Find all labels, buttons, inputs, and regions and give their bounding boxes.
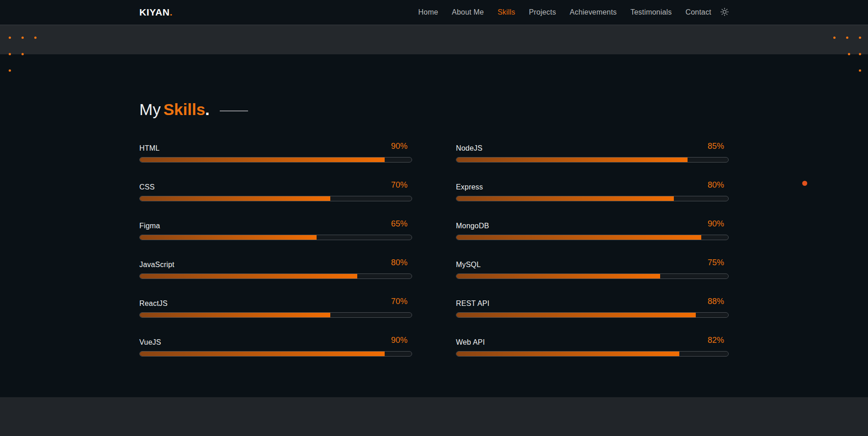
particle-dot-large xyxy=(802,181,807,186)
skill-name: REST API xyxy=(456,299,489,309)
skill-progress-fill xyxy=(456,352,679,356)
skill-percent: 82% xyxy=(708,335,729,345)
skill-name: HTML xyxy=(139,143,159,153)
skill-name: ReactJS xyxy=(139,299,168,309)
skill-progress-track xyxy=(139,196,412,201)
skill-head: Express80% xyxy=(456,182,729,192)
skill-percent: 90% xyxy=(391,141,412,151)
skill-item: Web API82% xyxy=(456,337,729,357)
title-dot: . xyxy=(205,100,210,118)
skill-progress-track xyxy=(139,312,412,318)
nav-link-skills[interactable]: Skills xyxy=(498,8,515,16)
nav-link-projects[interactable]: Projects xyxy=(529,8,556,16)
nav-item: Skills xyxy=(498,8,515,16)
particle-dot xyxy=(859,53,861,55)
skill-progress-track xyxy=(139,235,412,240)
nav-link-about-me[interactable]: About Me xyxy=(452,8,484,16)
skill-percent: 75% xyxy=(708,257,729,268)
skill-progress-fill xyxy=(456,235,701,240)
nav-list: HomeAbout MeSkillsProjectsAchievementsTe… xyxy=(418,8,711,16)
skill-percent: 65% xyxy=(391,219,412,229)
logo[interactable]: KIYAN. xyxy=(139,7,173,18)
skill-item: MongoDB90% xyxy=(456,221,729,240)
logo-text: KIYAN xyxy=(139,7,169,17)
nav-link-contact[interactable]: Contact xyxy=(685,8,711,16)
skill-progress-track xyxy=(456,235,729,240)
skill-progress-fill xyxy=(456,313,696,317)
nav-item: Home xyxy=(418,8,438,16)
particles-strip xyxy=(0,25,868,54)
nav-item: Contact xyxy=(685,8,711,16)
skill-progress-track xyxy=(139,273,412,279)
skill-item: HTML90% xyxy=(139,143,412,163)
nav-link-achievements[interactable]: Achievements xyxy=(570,8,617,16)
skill-name: VueJS xyxy=(139,337,161,347)
skill-progress-track xyxy=(139,351,412,357)
skill-item: Express80% xyxy=(456,182,729,201)
skill-head: ReactJS70% xyxy=(139,298,412,309)
particle-dot xyxy=(21,53,24,55)
nav-link-home[interactable]: Home xyxy=(418,8,438,16)
particle-dot xyxy=(34,37,37,39)
skill-progress-track xyxy=(456,273,729,279)
skill-name: Express xyxy=(456,182,483,192)
skill-percent: 85% xyxy=(708,141,729,151)
skill-head: CSS70% xyxy=(139,182,412,192)
particle-dot xyxy=(9,53,11,55)
skill-head: Web API82% xyxy=(456,337,729,347)
nav-item: Testimonials xyxy=(630,8,672,16)
title-highlight: Skills xyxy=(164,100,205,118)
nav-item: Projects xyxy=(529,8,556,16)
skill-head: VueJS90% xyxy=(139,337,412,347)
skill-percent: 70% xyxy=(391,180,412,190)
skill-percent: 90% xyxy=(708,219,729,229)
particle-dot xyxy=(833,37,836,39)
skill-progress-fill xyxy=(456,274,660,278)
section-title: MySkills. xyxy=(139,100,729,119)
skill-item: Figma65% xyxy=(139,221,412,240)
skill-progress-fill xyxy=(140,313,330,317)
particle-dot xyxy=(848,53,850,55)
skill-head: Figma65% xyxy=(139,221,412,231)
skill-head: NodeJS85% xyxy=(456,143,729,153)
skill-name: Figma xyxy=(139,221,160,231)
navbar: KIYAN. HomeAbout MeSkillsProjectsAchieve… xyxy=(0,0,868,25)
skill-name: NodeJS xyxy=(456,143,482,153)
skill-progress-fill xyxy=(456,196,674,201)
skill-progress-track xyxy=(139,157,412,163)
skill-progress-track xyxy=(456,312,729,318)
theme-toggle-button[interactable] xyxy=(720,8,729,17)
skill-progress-fill xyxy=(456,158,688,162)
skill-head: MySQL75% xyxy=(456,259,729,270)
particle-dot xyxy=(9,37,11,39)
skill-progress-track xyxy=(456,157,729,163)
skill-item: MySQL75% xyxy=(456,259,729,279)
skill-name: MongoDB xyxy=(456,221,489,231)
nav-link-testimonials[interactable]: Testimonials xyxy=(630,8,672,16)
skill-head: HTML90% xyxy=(139,143,412,153)
skill-item: JavaScript80% xyxy=(139,259,412,279)
skill-item: CSS70% xyxy=(139,182,412,201)
skill-name: Web API xyxy=(456,337,485,347)
skill-item: REST API88% xyxy=(456,298,729,318)
title-prefix: My xyxy=(139,100,161,118)
skill-progress-fill xyxy=(140,196,330,201)
skill-name: JavaScript xyxy=(139,260,175,270)
title-underline xyxy=(220,110,248,111)
particle-dot xyxy=(859,69,861,72)
skill-percent: 90% xyxy=(391,335,412,345)
skill-head: REST API88% xyxy=(456,298,729,309)
skill-head: JavaScript80% xyxy=(139,259,412,270)
skill-progress-fill xyxy=(140,274,357,278)
skill-progress-fill xyxy=(140,235,317,240)
skill-percent: 80% xyxy=(391,257,412,268)
skill-head: MongoDB90% xyxy=(456,221,729,231)
skill-progress-track xyxy=(456,351,729,357)
skill-item: NodeJS85% xyxy=(456,143,729,163)
logo-dot: . xyxy=(169,7,172,17)
nav-item: Achievements xyxy=(570,8,617,16)
skill-percent: 70% xyxy=(391,296,412,306)
skill-name: CSS xyxy=(139,182,155,192)
skill-progress-fill xyxy=(140,352,385,356)
skill-percent: 80% xyxy=(708,180,729,190)
